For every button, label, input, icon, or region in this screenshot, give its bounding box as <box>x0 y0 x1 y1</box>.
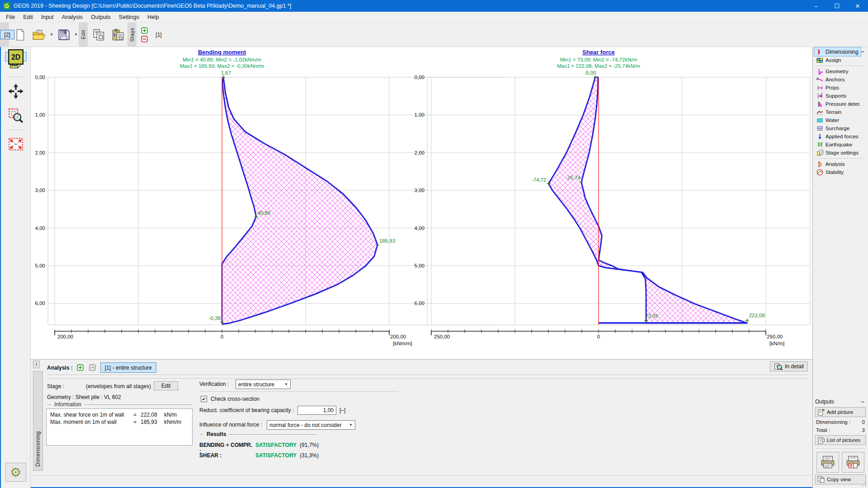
add-stage-button[interactable] <box>141 27 148 34</box>
maximize-button[interactable]: ☐ <box>826 0 847 12</box>
right-sidebar: Frames – Assign Geometry Anchors Props S… <box>812 47 868 488</box>
toolbar-edit-group-label: Edit <box>79 23 88 47</box>
svg-text:Shear force: Shear force <box>582 49 615 56</box>
pan-arrows-icon <box>8 83 24 99</box>
applied-forces-icon <box>816 133 823 140</box>
menu-outputs[interactable]: Outputs <box>87 13 115 22</box>
remove-analysis-button[interactable] <box>88 363 97 372</box>
stage-value: (envelopes from all stages) <box>86 383 151 389</box>
paste-button[interactable] <box>108 24 127 45</box>
svg-text:0: 0 <box>221 334 223 339</box>
stability-icon <box>816 169 823 176</box>
analysis-tab[interactable]: [1] - entire structure <box>100 362 156 373</box>
svg-text:250,00: 250,00 <box>434 334 450 339</box>
dimensioning-count-row: Dimensioning :0 <box>815 418 866 426</box>
print-document-button[interactable] <box>816 452 839 473</box>
svg-text:-25,74: -25,74 <box>566 175 580 180</box>
list-of-pictures-icon <box>817 436 825 444</box>
frame-item-props[interactable]: Props <box>814 84 867 92</box>
frame-item-supports[interactable]: Supports <box>814 92 867 100</box>
frame-item-surcharge[interactable]: Surcharge <box>814 124 867 132</box>
divider <box>6 77 26 77</box>
menu-edit[interactable]: Edit <box>19 13 37 22</box>
total-count-row: Total :3 <box>815 426 866 434</box>
add-analysis-button[interactable] <box>76 363 85 372</box>
menu-file[interactable]: File <box>2 13 19 22</box>
frame-item-geometry[interactable]: Geometry <box>814 67 867 75</box>
frame-item-pressure[interactable]: Pressure deter. <box>814 100 867 108</box>
view-2d-button[interactable]: 2D <box>5 52 27 61</box>
pan-tool-button[interactable] <box>5 80 27 102</box>
save-dropdown-arrow-icon[interactable]: ▼ <box>73 33 79 37</box>
stage-settings-icon: 12 <box>816 150 823 156</box>
normal-force-label: Influence of normal force : <box>199 422 262 428</box>
frame-item-dimensioning[interactable]: Dimensioning <box>814 47 861 56</box>
frame-item-stage-settings[interactable]: 12Stage settings <box>814 149 867 157</box>
svg-text:[kNm/m]: [kNm/m] <box>393 341 412 346</box>
save-file-button[interactable] <box>54 24 73 45</box>
menu-input[interactable]: Input <box>37 13 58 22</box>
svg-text:1,00: 1,00 <box>35 112 45 117</box>
minus-icon <box>89 364 96 371</box>
app-window: GEO5 2019 - Sheeting Design [C:\Users\Pu… <box>0 0 868 488</box>
open-file-button[interactable] <box>30 24 49 45</box>
add-picture-button[interactable]: Add picture <box>815 407 866 417</box>
information-box: Max. shear force on 1m of wall = 222,08 … <box>46 408 193 446</box>
dimensioning-panel: I Dimensioning Analysis : [1] - entire s… <box>31 359 812 475</box>
drawing-settings-button[interactable]: ⚙ <box>5 463 26 482</box>
minimize-outputs-button[interactable]: – <box>859 399 866 405</box>
verification-label: Verification : <box>199 381 229 387</box>
copy-icon <box>93 28 105 41</box>
minimize-button[interactable]: – <box>806 0 826 12</box>
fit-to-view-button[interactable] <box>5 133 27 155</box>
svg-text:Bending moment: Bending moment <box>198 49 246 56</box>
svg-text:73,09: 73,09 <box>645 313 658 319</box>
resize-grip[interactable] <box>862 482 867 487</box>
svg-text:200,00: 200,00 <box>57 334 73 339</box>
remove-stage-button[interactable] <box>141 36 148 42</box>
normal-force-select[interactable]: normal force - do not consider▼ <box>267 420 355 430</box>
info-line: Max. moment on 1m of wall = 185,93 kNm/m <box>50 419 189 425</box>
chevron-down-icon: ▼ <box>282 382 288 386</box>
frame-item-terrain[interactable]: Terrain <box>814 108 867 116</box>
surcharge-icon <box>816 125 823 132</box>
stage-tab-2[interactable]: [2] <box>0 30 14 39</box>
frame-item-applied-forces[interactable]: Applied forces <box>814 132 867 141</box>
frame-item-earthquake[interactable]: Earthquake <box>814 141 867 149</box>
svg-text:222,08: 222,08 <box>749 313 765 318</box>
svg-text:-0,38: -0,38 <box>209 315 221 321</box>
information-group-label: Information <box>47 401 193 408</box>
divider <box>47 378 808 379</box>
reduct-coefficient-input[interactable]: 1,00 <box>297 406 336 415</box>
menu-help[interactable]: Help <box>143 13 163 22</box>
list-of-pictures-button[interactable]: List of pictures <box>815 435 866 445</box>
in-detail-button[interactable]: In detail <box>770 361 808 371</box>
charts-svg: 200,000200,00[kNm/m]0,001,002,003,004,00… <box>31 47 811 359</box>
drawing-canvas[interactable]: 200,000200,00[kNm/m]0,001,002,003,004,00… <box>31 47 812 359</box>
svg-text:Max1 = 222,08; Max2 = -25,74kN: Max1 = 222,08; Max2 = -25,74kN/m <box>557 63 640 69</box>
open-dropdown-arrow-icon[interactable]: ▼ <box>49 33 54 37</box>
frame-item-anchors[interactable]: Anchors <box>814 75 867 84</box>
frame-item-water[interactable]: Water <box>814 116 867 124</box>
menu-analysis[interactable]: Analysis <box>58 13 87 22</box>
stage-label: Stage : <box>47 383 64 389</box>
window-title: GEO5 2019 - Sheeting Design [C:\Users\Pu… <box>14 3 806 9</box>
copy-view-button[interactable]: Copy view <box>815 474 866 484</box>
terrain-icon <box>816 109 823 116</box>
stage-tab-1[interactable]: [1] <box>151 26 166 43</box>
edit-stage-button[interactable]: Edit <box>154 381 178 390</box>
print-view-button[interactable] <box>842 452 864 473</box>
collapse-panel-button[interactable]: I <box>33 361 40 368</box>
verification-select[interactable]: entire structure▼ <box>236 380 291 389</box>
frame-item-analysis[interactable]: Analysis <box>814 160 867 168</box>
chevron-down-icon: ▼ <box>346 423 353 427</box>
frame-item-assign[interactable]: Assign <box>814 56 867 64</box>
frame-item-stability[interactable]: Stability <box>814 168 867 176</box>
close-button[interactable]: ✕ <box>847 0 868 12</box>
copy-button[interactable] <box>90 24 108 45</box>
menu-settings[interactable]: Settings <box>115 13 143 22</box>
svg-text:1,67: 1,67 <box>221 70 231 75</box>
copy-view-icon <box>817 476 825 483</box>
zoom-selection-button[interactable] <box>5 105 27 127</box>
check-cross-section-checkbox[interactable]: ✔ <box>201 396 207 402</box>
